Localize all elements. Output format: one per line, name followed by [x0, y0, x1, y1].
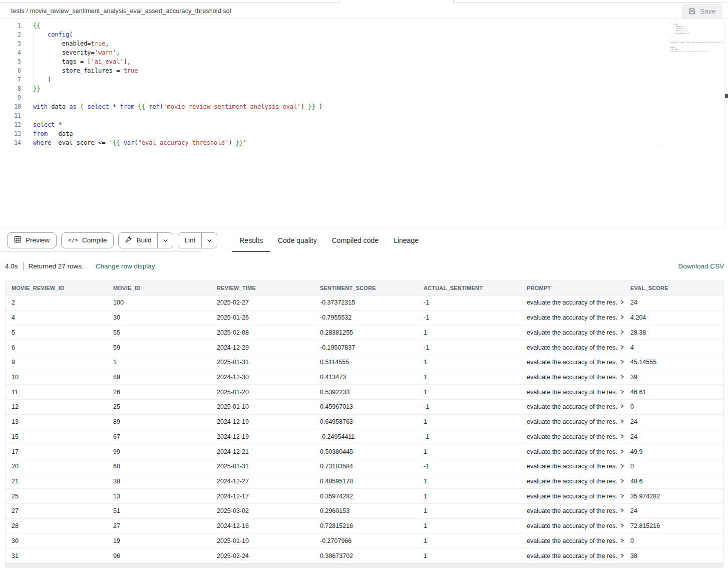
cell-movie_review_id: 15	[6, 429, 107, 444]
breadcrumb-filename: movie_review_sentiment_analysis_eval_ass…	[30, 8, 231, 15]
cell-eval_score: 49.9	[624, 444, 723, 459]
chevron-right-icon[interactable]	[620, 374, 624, 381]
table-row: 25132024-12-170.359742821evaluate the ac…	[6, 489, 723, 504]
code-line[interactable]: 7 )	[0, 75, 663, 84]
cell-movie_review_id: 2	[6, 296, 107, 310]
code-line[interactable]: 8}}	[0, 84, 663, 93]
cell-review_time: 2024-12-17	[211, 489, 314, 503]
chevron-right-icon[interactable]	[620, 433, 624, 440]
chevron-right-icon[interactable]	[620, 344, 624, 351]
preview-button[interactable]: Preview	[7, 232, 57, 248]
editor-scrollbar[interactable]	[724, 19, 728, 228]
chevron-right-icon[interactable]	[620, 507, 624, 514]
change-row-display-link[interactable]: Change row display	[96, 262, 155, 270]
cell-review_time: 2024-12-16	[211, 519, 314, 533]
code-line[interactable]: 12select *	[0, 120, 663, 129]
tab-results[interactable]: Results	[232, 228, 270, 252]
code-line[interactable]: 2 config(	[0, 30, 663, 39]
results-table-body: 21002025-02-27-0.37372315-1evaluate the …	[6, 296, 723, 563]
download-csv-link[interactable]: Download CSV	[678, 262, 724, 270]
cell-sentiment_score: 0.2960153	[314, 504, 418, 518]
cell-actual_sentiment: -1	[418, 340, 521, 355]
cell-sentiment_score: 0.45967013	[314, 400, 418, 414]
lint-split-button: Lint	[178, 232, 217, 248]
code-line[interactable]: 6 store_failures = true	[0, 66, 663, 75]
build-button[interactable]: Build	[119, 233, 157, 248]
chevron-right-icon[interactable]	[620, 522, 624, 529]
code-line[interactable]: 3 enabled=true,	[0, 39, 663, 48]
tab-lineage[interactable]: Lineage	[386, 228, 426, 252]
save-button-label: Save	[700, 8, 715, 15]
cell-actual_sentiment: 1	[418, 355, 521, 370]
save-button[interactable]: Save	[681, 4, 722, 19]
code-line[interactable]: 9	[0, 93, 663, 102]
cell-prompt: evaluate the accuracy of the res…	[521, 534, 624, 548]
chevron-right-icon[interactable]	[620, 329, 624, 336]
code-line[interactable]: 5 tags = ['ai_eval'],	[0, 57, 663, 66]
prompt-cell-text: evaluate the accuracy of the res…	[527, 537, 617, 544]
build-dropdown-button[interactable]	[157, 233, 173, 248]
chevron-right-icon[interactable]	[620, 389, 624, 396]
cell-review_time: 2025-02-27	[211, 296, 314, 310]
chevron-right-icon[interactable]	[620, 493, 624, 500]
line-number: 2	[0, 30, 21, 39]
cell-review_time: 2024-12-27	[211, 474, 314, 489]
line-number: 14	[0, 138, 21, 147]
chevron-right-icon[interactable]	[620, 314, 624, 321]
table-row: 912025-01-310.51145551evaluate the accur…	[6, 355, 723, 370]
table-row: 11262025-01-200.53922331evaluate the acc…	[6, 385, 723, 400]
compile-button[interactable]: </>Compile	[61, 232, 114, 248]
tab-strip-edge	[453, 2, 726, 3]
table-row: 21002025-02-27-0.37372315-1evaluate the …	[6, 296, 723, 311]
cell-eval_score: 35.974282	[624, 489, 723, 503]
chevron-right-icon[interactable]	[620, 478, 624, 485]
cell-eval_score: 4	[624, 340, 723, 355]
editor-scrollbar-thumb[interactable]	[725, 94, 728, 98]
code-line[interactable]: 14where eval_score <= '{{ var("eval_accu…	[0, 138, 663, 147]
tab-code-quality[interactable]: Code quality	[270, 228, 324, 252]
chevron-right-icon[interactable]	[620, 403, 624, 410]
chevron-right-icon[interactable]	[620, 299, 624, 306]
cell-review_time: 2025-01-31	[211, 355, 314, 370]
chevron-right-icon[interactable]	[620, 418, 624, 425]
chevron-right-icon[interactable]	[620, 552, 624, 559]
cell-eval_score: 24	[624, 429, 723, 444]
results-horizontal-scrollbar[interactable]	[6, 563, 723, 568]
chevron-right-icon[interactable]	[620, 359, 624, 366]
cell-review_time: 2024-12-19	[211, 429, 314, 444]
cell-actual_sentiment: -1	[418, 459, 521, 474]
status-separator	[23, 262, 24, 270]
code-line-text: tags = ['ai_eval'],	[33, 57, 131, 66]
chevron-right-icon[interactable]	[620, 448, 624, 455]
save-icon	[688, 8, 696, 15]
cell-prompt: evaluate the accuracy of the res…	[521, 355, 624, 370]
code-lines[interactable]: 1{{2 config(3 enabled=true,4 severity='w…	[0, 21, 663, 147]
cell-movie_review_id: 28	[6, 519, 107, 533]
prompt-cell-text: evaluate the accuracy of the res…	[527, 299, 617, 306]
cell-prompt: evaluate the accuracy of the res…	[521, 504, 624, 518]
editor-minimap[interactable]: 1{{2 config(3 enabled=true,4 severity='w…	[668, 21, 722, 53]
line-number: 10	[0, 102, 21, 111]
code-line-text: }}	[33, 84, 40, 93]
lint-dropdown-button[interactable]	[201, 233, 217, 248]
cell-movie_id: 67	[107, 429, 211, 444]
cell-eval_score: 45.14555	[624, 355, 723, 370]
lint-button[interactable]: Lint	[178, 233, 201, 248]
cell-actual_sentiment: 1	[418, 504, 521, 518]
code-line[interactable]: 4 severity='warn',	[0, 48, 663, 57]
cell-eval_score: 46.61	[624, 385, 723, 399]
chevron-right-icon[interactable]	[620, 463, 624, 470]
code-line-text: where eval_score <= '{{ var("eval_accura…	[33, 138, 663, 147]
table-row: 31962025-02-240.386737021evaluate the ac…	[6, 548, 723, 563]
tab-compiled-code[interactable]: Compiled code	[324, 228, 386, 252]
code-line[interactable]: 11	[0, 111, 663, 120]
prompt-cell-text: evaluate the accuracy of the res…	[527, 389, 617, 396]
code-line[interactable]: 1{{	[0, 21, 663, 30]
code-line[interactable]: 10with data as ( select * from {{ ref('m…	[0, 102, 663, 111]
code-editor[interactable]: 1{{2 config(3 enabled=true,4 severity='w…	[0, 19, 728, 228]
chevron-right-icon[interactable]	[620, 537, 624, 544]
column-header-movie_id: MOVIE_ID	[107, 281, 211, 295]
code-line[interactable]: 13from data	[0, 129, 663, 138]
cell-sentiment_score: -0.19507837	[314, 340, 418, 355]
cell-movie_review_id: 17	[6, 444, 107, 459]
